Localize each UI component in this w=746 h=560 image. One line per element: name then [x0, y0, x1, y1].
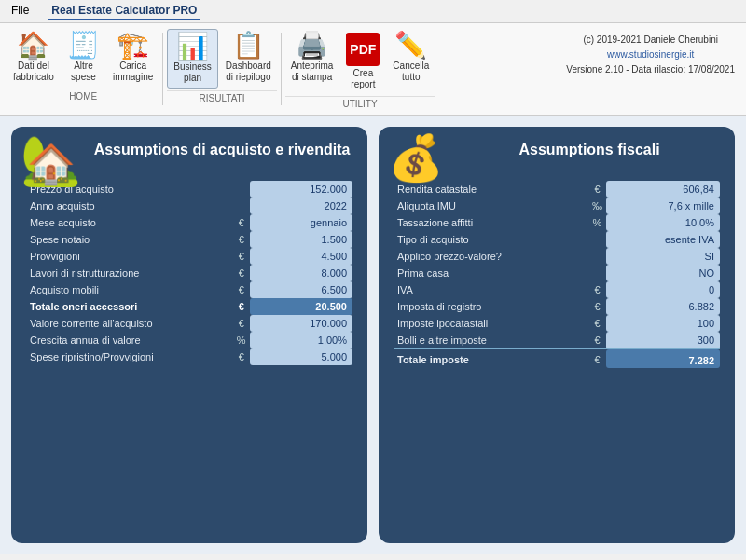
table-row: Aliquota IMU ‰ 7,6 x mille	[394, 198, 720, 214]
card-acquisto-title: Assumptions di acquisto e rivendita	[91, 142, 352, 166]
table-row: Lavori di ristrutturazione € 8.000	[26, 265, 352, 281]
cell-unit: €	[233, 281, 250, 298]
cell-label: Spese ripristino/Provvigioni	[26, 348, 233, 365]
table-row: Bolli e altre imposte € 300	[394, 332, 720, 349]
cell-unit: €	[233, 348, 250, 365]
cell-unit: €	[588, 298, 606, 315]
table-row-total: Totale imposte € 7.282	[394, 349, 720, 369]
cell-value: gennaio	[250, 214, 352, 231]
cell-label: Totale imposte	[394, 349, 588, 369]
cell-value: 2022	[250, 198, 352, 214]
receipt-icon: 🧾	[67, 33, 100, 59]
divider-2	[281, 33, 282, 105]
cell-value: 300	[606, 332, 720, 349]
cell-label: Tipo di acquisto	[394, 231, 588, 248]
ribbon-dashboard[interactable]: 📋 Dashboarddi riepilogo	[220, 29, 277, 89]
cell-value: NO	[606, 265, 720, 281]
cell-unit: %	[588, 214, 606, 231]
cell-unit	[588, 231, 606, 248]
cell-label: Bolli e altre imposte	[394, 332, 588, 349]
ribbon-crea-report[interactable]: PDF Creareport	[340, 29, 385, 94]
ribbon-label: Businessplan	[173, 61, 212, 84]
ribbon-label: Caricaimmagine	[113, 61, 153, 83]
ribbon-anteprima[interactable]: 🖨️ Anteprimadi stampa	[285, 29, 339, 94]
money-icon: 💰	[388, 136, 444, 181]
crane-icon: 🏗️	[117, 33, 149, 59]
table-row: Imposte ipocatastali € 100	[394, 315, 720, 332]
cell-unit: €	[588, 349, 606, 369]
cell-value: 1,00%	[250, 332, 352, 348]
cell-unit: €	[233, 265, 250, 281]
table-row: IVA € 0	[394, 281, 720, 298]
info-box: (c) 2019-2021 Daniele Cherubini www.stud…	[562, 29, 739, 109]
copyright-text: (c) 2019-2021 Daniele Cherubini	[566, 33, 735, 48]
cell-label: Mese acquisto	[26, 214, 233, 231]
ribbon-label: Dashboarddi riepilogo	[226, 61, 271, 83]
ribbon-altre-spese[interactable]: 🧾 Altrespese	[62, 29, 105, 87]
chart-icon: 📊	[176, 34, 209, 60]
cell-label: Rendita catastale	[394, 181, 588, 198]
ribbon-label: Dati delfabbricato	[13, 61, 54, 83]
pdf-icon: PDF	[346, 33, 380, 66]
cell-unit: €	[588, 332, 606, 349]
table-row: Anno acquisto 2022	[26, 198, 352, 214]
ribbon-label: Anteprimadi stampa	[291, 61, 334, 83]
ribbon-cancella-tutto[interactable]: ✏️ Cancellatutto	[387, 29, 435, 94]
dashboard-icon: 📋	[232, 33, 265, 59]
cell-value: 606,84	[606, 181, 720, 198]
cell-unit: €	[233, 315, 250, 332]
table-row: Tipo di acquisto esente IVA	[394, 231, 720, 248]
ribbon-business-plan[interactable]: 📊 Businessplan	[167, 29, 218, 89]
table-row: Acquisto mobili € 6.500	[26, 281, 352, 298]
divider-1	[162, 33, 163, 105]
cell-unit	[588, 265, 606, 281]
cell-unit: €	[588, 315, 606, 332]
ribbon-carica-immagine[interactable]: 🏗️ Caricaimmagine	[107, 29, 159, 87]
cell-label: Aliquota IMU	[394, 198, 588, 214]
cell-value: 0	[606, 281, 720, 298]
table-row: Valore corrente all'acquisto € 170.000	[26, 315, 352, 332]
table-row-bold: Totale oneri accessori € 20.500	[26, 298, 352, 315]
group-label-risultati: RISULTATI	[167, 90, 277, 103]
cell-value: 152.000	[250, 181, 352, 198]
table-row: Prima casa NO	[394, 265, 720, 281]
cell-unit	[233, 198, 250, 214]
group-label-home: HOME	[7, 89, 159, 102]
cell-value: 8.000	[250, 265, 352, 281]
cell-value: 20.500	[250, 298, 352, 315]
table-row: Rendita catastale € 606,84	[394, 181, 720, 198]
cell-label: Anno acquisto	[26, 198, 233, 214]
cell-value: SI	[606, 248, 720, 265]
table-row: Spese notaio € 1.500	[26, 231, 352, 248]
cell-label: Crescita annua di valore	[26, 332, 233, 348]
card-acquisto: 🏡 Assumptions di acquisto e rivendita Pr…	[11, 127, 367, 543]
cell-label: Prima casa	[394, 265, 588, 281]
card-fiscali: 💰 Assumptions fiscali Rendita catastale …	[379, 127, 735, 543]
cell-unit: ‰	[588, 198, 606, 214]
website-text: www.studiosinergie.it	[566, 48, 735, 62]
cell-label: Lavori di ristrutturazione	[26, 265, 233, 281]
cell-unit: €	[233, 214, 250, 231]
cell-unit: €	[233, 248, 250, 265]
cell-unit: €	[233, 298, 250, 315]
cell-unit: %	[233, 332, 250, 348]
ribbon-label: Cancellatutto	[393, 61, 429, 83]
menu-app-title[interactable]: Real Estate Calculator PRO	[48, 2, 200, 20]
version-text: Versione 2.10 - Data rilascio: 17/08/202…	[566, 62, 735, 77]
cell-label: Acquisto mobili	[26, 281, 233, 298]
cell-value: 6.882	[606, 298, 720, 315]
table-row: Applico prezzo-valore? SI	[394, 248, 720, 265]
ribbon-dati-fabbricato[interactable]: 🏠 Dati delfabbricato	[7, 29, 60, 87]
cell-label: Imposta di registro	[394, 298, 588, 315]
cell-unit	[588, 248, 606, 265]
table-row: Provvigioni € 4.500	[26, 248, 352, 265]
cell-label: Totale oneri accessori	[26, 298, 233, 315]
cell-value: 170.000	[250, 315, 352, 332]
fiscali-table: Rendita catastale € 606,84 Aliquota IMU …	[394, 181, 720, 368]
menu-file[interactable]: File	[7, 2, 33, 20]
table-row: Tassazione affitti % 10,0%	[394, 214, 720, 231]
home-icon: 🏠	[17, 33, 49, 59]
cell-value: 7.282	[606, 349, 720, 369]
cell-unit: €	[588, 181, 606, 198]
table-row: Mese acquisto € gennaio	[26, 214, 352, 231]
